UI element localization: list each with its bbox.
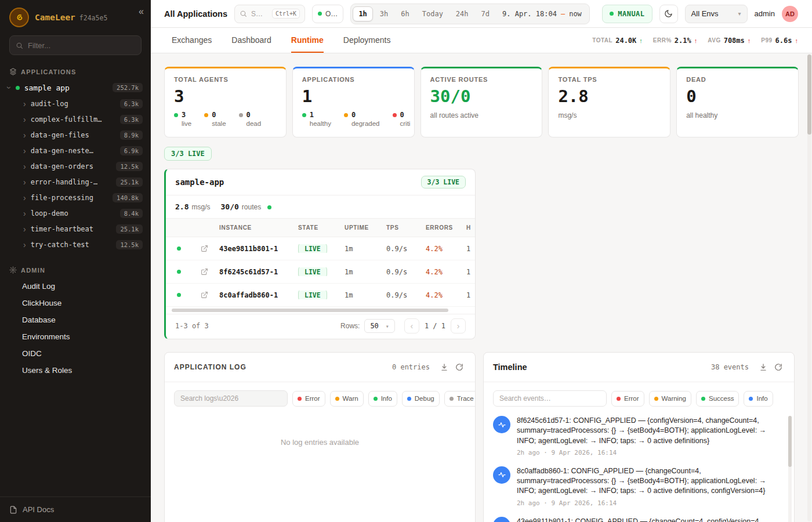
manual-refresh-toggle[interactable]: MANUAL bbox=[602, 5, 652, 23]
sidebar-item-error-handling[interactable]: › error-handling-… 25.1k bbox=[0, 174, 151, 190]
h-value: 1 bbox=[464, 268, 475, 276]
sidebar-item-sample-app[interactable]: › sample app 252.7k bbox=[0, 79, 151, 96]
sidebar-item-data-gen-files[interactable]: › data-gen-files 8.9k bbox=[0, 127, 151, 143]
filter-chip-info[interactable]: Info bbox=[368, 391, 397, 407]
tree-item-label: data-gen-files bbox=[31, 131, 89, 139]
filter-chip-success[interactable]: Success bbox=[696, 391, 739, 407]
environment-select-value: All Envs bbox=[691, 9, 719, 18]
live-badge: 3/3 LIVE bbox=[421, 176, 466, 188]
connection-status-chip[interactable]: O… bbox=[312, 5, 343, 23]
filter-chip-warn[interactable]: Warn bbox=[330, 391, 364, 407]
admin-section-header: ADMIN bbox=[0, 260, 151, 278]
green-dot bbox=[701, 397, 705, 401]
sidebar-item-data-gen-nested[interactable]: › data-gen-neste… 6.9k bbox=[0, 143, 151, 158]
sidebar-item-audit-log-admin[interactable]: Audit Log bbox=[0, 278, 151, 295]
sidebar-item-clickhouse[interactable]: ClickHouse bbox=[0, 295, 151, 311]
card-value: 2.8 bbox=[558, 88, 661, 105]
tps-value: 0.9/s bbox=[384, 245, 423, 253]
sidebar-item-data-gen-orders[interactable]: › data-gen-orders 12.5k bbox=[0, 158, 151, 174]
open-instance-link[interactable] bbox=[201, 268, 208, 276]
open-instance-link[interactable] bbox=[201, 245, 208, 252]
applications-section-header: APPLICATIONS bbox=[0, 62, 151, 79]
timeline-search bbox=[493, 390, 607, 407]
sidebar-item-users-roles[interactable]: Users & Roles bbox=[0, 362, 151, 379]
stat-total: TOTAL 24.0K ↑ bbox=[592, 37, 643, 45]
tab-deployments[interactable]: Deployments bbox=[343, 28, 391, 53]
sidebar-item-oidc[interactable]: OIDC bbox=[0, 345, 151, 362]
trend-up-icon: ↑ bbox=[795, 37, 799, 44]
time-range-24h[interactable]: 24h bbox=[450, 6, 474, 21]
red-dot bbox=[298, 397, 302, 401]
username: admin bbox=[755, 9, 775, 18]
trend-up-icon: ↑ bbox=[694, 37, 698, 44]
admin-section: ADMIN Audit Log ClickHouse Database Envi… bbox=[0, 260, 151, 379]
download-button[interactable] bbox=[756, 360, 771, 375]
sidebar-item-audit-log[interactable]: › audit-log 6.3k bbox=[0, 96, 151, 111]
table-row[interactable]: 8c0affadb860-1 LIVE 1m 0.9/s 4.2% 1 bbox=[166, 284, 475, 307]
next-page-button[interactable]: › bbox=[451, 318, 466, 334]
download-button[interactable] bbox=[437, 360, 452, 375]
date-range-display[interactable]: 9. Apr. 18:04 – now bbox=[496, 10, 588, 18]
tab-dashboard[interactable]: Dashboard bbox=[231, 28, 271, 53]
sidebar-item-timer-heartbeat[interactable]: › timer-heartbeat 25.1k bbox=[0, 221, 151, 237]
table-row[interactable]: 43ee9811b801-1 LIVE 1m 0.9/s 4.2% 1 bbox=[166, 237, 475, 260]
sub-stat-degraded: 0degraded bbox=[344, 111, 380, 127]
filter-chip-trace[interactable]: Trace bbox=[444, 391, 476, 407]
timeline-search-input[interactable] bbox=[499, 394, 600, 403]
external-link-icon bbox=[201, 245, 208, 252]
filter-chip-info[interactable]: Info bbox=[744, 391, 773, 407]
live-summary-chip[interactable]: 3/3 LIVE bbox=[164, 147, 212, 161]
sidebar-item-database[interactable]: Database bbox=[0, 311, 151, 328]
chevron-right-icon: › bbox=[23, 147, 26, 155]
topbar: All Applications S… Ctrl+K O… 1h 3h 6h T… bbox=[151, 0, 812, 28]
sub-stat-critical: 0criti bbox=[393, 111, 411, 127]
refresh-button[interactable] bbox=[452, 360, 467, 375]
sidebar-item-try-catch-test[interactable]: › try-catch-test 12.5k bbox=[0, 237, 151, 252]
sidebar-item-environments[interactable]: Environments bbox=[0, 328, 151, 345]
vertical-scrollbar[interactable] bbox=[788, 416, 792, 522]
filter-input[interactable] bbox=[28, 41, 135, 50]
sidebar-collapse-button[interactable]: « bbox=[139, 7, 144, 16]
filter-chip-error[interactable]: Error bbox=[292, 391, 325, 407]
date-from: 9. Apr. 18:04 bbox=[502, 10, 557, 18]
tree-item-label: error-handling-… bbox=[31, 178, 98, 186]
column-header-tps: TPS bbox=[384, 224, 423, 231]
prev-page-button[interactable]: ‹ bbox=[404, 318, 419, 334]
log-search-input[interactable] bbox=[180, 394, 281, 403]
time-range-6h[interactable]: 6h bbox=[395, 6, 415, 21]
app-instance-id: f24a5e5 bbox=[79, 14, 107, 22]
sub-stat-dead: 0dead bbox=[239, 111, 262, 127]
avatar[interactable]: AD bbox=[782, 6, 798, 22]
dark-mode-toggle[interactable] bbox=[659, 5, 678, 23]
sidebar-item-complex-fulfillment[interactable]: › complex-fulfillm… 6.3k bbox=[0, 111, 151, 127]
sidebar-item-file-processing[interactable]: › file-processing 140.8k bbox=[0, 190, 151, 205]
page-scrollbar[interactable] bbox=[807, 54, 811, 521]
date-to: now bbox=[569, 10, 582, 18]
horizontal-scrollbar[interactable] bbox=[172, 308, 469, 313]
table-row[interactable]: 8f6245c61d57-1 LIVE 1m 0.9/s 4.2% 1 bbox=[166, 260, 475, 284]
filter-chip-debug[interactable]: Debug bbox=[402, 391, 440, 407]
count-badge: 6.3k bbox=[120, 115, 143, 124]
time-range-3h[interactable]: 3h bbox=[374, 6, 394, 21]
filter-chip-warning[interactable]: Warning bbox=[649, 391, 691, 407]
tab-runtime[interactable]: Runtime bbox=[291, 28, 324, 53]
rows-per-page-select[interactable]: 50 ▾ bbox=[364, 319, 394, 333]
app-root: CameLeer f24a5e5 « APPLICATIONS › sample… bbox=[0, 0, 812, 522]
timeline-event[interactable]: 8f6245c61d57-1: CONFIG_APPLIED — {config… bbox=[493, 416, 785, 456]
sidebar-item-loop-demo[interactable]: › loop-demo 8.4k bbox=[0, 205, 151, 221]
timeline-event[interactable]: 8c0affadb860-1: CONFIG_APPLIED — {change… bbox=[493, 466, 785, 507]
time-range-today[interactable]: Today bbox=[416, 6, 449, 21]
tab-exchanges[interactable]: Exchanges bbox=[172, 28, 212, 53]
stat-label: P99 bbox=[761, 37, 772, 44]
filter-chip-error[interactable]: Error bbox=[611, 391, 644, 407]
refresh-button[interactable] bbox=[771, 360, 786, 375]
time-range-1h[interactable]: 1h bbox=[353, 6, 372, 21]
column-header-instance: INSTANCE bbox=[217, 224, 296, 231]
time-range-7d[interactable]: 7d bbox=[476, 6, 495, 21]
global-search[interactable]: S… Ctrl+K bbox=[234, 5, 305, 23]
open-instance-link[interactable] bbox=[201, 291, 208, 299]
refresh-icon bbox=[455, 363, 463, 371]
timeline-event[interactable]: 43ee9811b801-1: CONFIG_APPLIED — {change… bbox=[493, 517, 785, 522]
api-docs-link[interactable]: API Docs bbox=[0, 496, 151, 522]
environment-select[interactable]: All Envs ▾ bbox=[685, 5, 748, 23]
